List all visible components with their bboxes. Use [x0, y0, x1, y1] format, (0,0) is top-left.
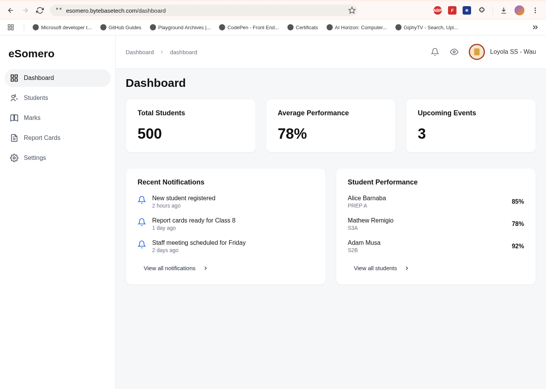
- sidebar-item-marks[interactable]: Marks: [5, 109, 111, 127]
- panel-recent-notifications: Recent Notifications New student registe…: [126, 168, 326, 285]
- bookmark-label: Certificats: [296, 25, 318, 30]
- sidebar-item-students[interactable]: Students: [5, 89, 111, 107]
- breadcrumb-root[interactable]: Dashboard: [126, 49, 154, 55]
- student-class: S3A: [348, 225, 393, 231]
- stat-card-avg-performance: Average Performance 78%: [266, 99, 396, 153]
- svg-point-3: [534, 8, 536, 9]
- bookmark-label: CodePen - Front End...: [227, 25, 279, 30]
- student-class: PREP A: [348, 203, 386, 209]
- globe-icon: [395, 24, 402, 30]
- view-all-notifications-link[interactable]: View all notifications: [138, 262, 314, 274]
- extensions-icon[interactable]: [477, 6, 486, 15]
- chevron-right-icon: [202, 265, 209, 271]
- bell-icon: [138, 218, 146, 226]
- svg-point-1: [60, 8, 61, 9]
- svg-rect-7: [12, 25, 13, 27]
- globe-icon: [150, 24, 156, 30]
- svg-rect-9: [12, 28, 13, 30]
- notification-title: New student registered: [152, 195, 216, 202]
- sidebar-item-report-cards[interactable]: Report Cards: [5, 129, 111, 147]
- link-label: View all students: [354, 265, 397, 271]
- notification-title: Report cards ready for Class 8: [152, 217, 236, 224]
- bookmark-label: GiphyTV - Search, Upl...: [404, 25, 458, 30]
- users-icon: [10, 94, 18, 102]
- sidebar: eSomero Dashboard Students Marks Report …: [0, 35, 115, 389]
- panel-title: Student Performance: [348, 178, 524, 186]
- svg-rect-12: [11, 79, 13, 81]
- book-icon: [10, 114, 18, 122]
- student-score: 85%: [512, 198, 524, 205]
- back-button[interactable]: [6, 6, 15, 15]
- link-label: View all notifications: [144, 265, 196, 271]
- divider: [493, 6, 493, 15]
- globe-icon: [100, 24, 106, 30]
- stat-title: Average Performance: [278, 109, 384, 117]
- notification-time: 2 hours ago: [152, 203, 216, 209]
- svg-rect-6: [8, 25, 10, 27]
- student-class: S2B: [348, 247, 380, 253]
- panel-title: Recent Notifications: [138, 178, 314, 186]
- url-text: esomero.bytebasetech.com/dashboard: [66, 7, 166, 14]
- profile-avatar[interactable]: [514, 5, 524, 15]
- svg-rect-8: [8, 28, 10, 30]
- stat-title: Total Students: [138, 109, 244, 117]
- bell-icon: [138, 240, 146, 249]
- sidebar-item-settings[interactable]: Settings: [5, 149, 111, 167]
- notification-time: 1 day ago: [152, 225, 236, 231]
- notification-title: Staff meeting scheduled for Friday: [152, 239, 246, 246]
- bell-icon: [138, 196, 146, 204]
- stat-card-upcoming-events: Upcoming Events 3: [406, 99, 536, 153]
- extension-f-icon[interactable]: F: [448, 6, 456, 15]
- bookmark-star-icon[interactable]: [347, 6, 357, 15]
- bookmarks-overflow-icon[interactable]: [531, 23, 540, 32]
- downloads-icon[interactable]: [499, 6, 508, 15]
- svg-rect-10: [11, 75, 13, 77]
- sidebar-item-dashboard[interactable]: Dashboard: [5, 69, 111, 87]
- bookmark-item[interactable]: GitHub Guides: [100, 24, 141, 30]
- extension-react-icon[interactable]: ⚛: [463, 6, 471, 15]
- performance-row[interactable]: Alice Barnaba PREP A 85%: [348, 195, 524, 209]
- notification-item[interactable]: Report cards ready for Class 8 1 day ago: [138, 217, 314, 231]
- notification-item[interactable]: Staff meeting scheduled for Friday 2 day…: [138, 239, 314, 253]
- stat-title: Upcoming Events: [418, 109, 524, 117]
- reload-button[interactable]: [35, 6, 45, 15]
- globe-icon: [33, 24, 39, 30]
- browser-menu-icon[interactable]: [531, 6, 540, 15]
- stat-value: 78%: [278, 126, 384, 142]
- apps-grid-icon[interactable]: [6, 23, 15, 32]
- extension-abp-icon[interactable]: ABP: [433, 6, 442, 15]
- sidebar-item-label: Report Cards: [24, 135, 60, 141]
- bookmark-item[interactable]: Playground Archives |...: [150, 24, 211, 30]
- student-score: 92%: [512, 243, 524, 250]
- visibility-eye-icon[interactable]: [450, 47, 459, 56]
- org-name: Loyola SS - Wau: [490, 48, 536, 55]
- performance-row[interactable]: Mathew Remigio S3A 78%: [348, 217, 524, 231]
- notifications-bell-icon[interactable]: [430, 47, 440, 56]
- topbar: Dashboard dashboard Loyola SS - Wau: [116, 35, 546, 69]
- svg-point-4: [534, 10, 536, 11]
- bookmark-item[interactable]: AI Horizon: Computer...: [327, 24, 387, 30]
- svg-point-14: [12, 95, 15, 98]
- page-title: Dashboard: [126, 76, 536, 90]
- view-all-students-link[interactable]: View all students: [348, 262, 524, 274]
- bookmark-item[interactable]: Microsoft developer t...: [33, 24, 92, 30]
- sidebar-item-label: Dashboard: [24, 75, 54, 81]
- breadcrumb-current: dashboard: [170, 49, 197, 55]
- chevron-right-icon: [404, 265, 410, 271]
- gear-icon: [10, 154, 18, 162]
- bookmark-item[interactable]: Certificats: [287, 24, 318, 30]
- forward-button[interactable]: [21, 6, 30, 15]
- file-icon: [10, 134, 18, 142]
- bookmarks-bar: Microsoft developer t... GitHub Guides P…: [0, 20, 546, 35]
- bookmark-label: Microsoft developer t...: [41, 25, 92, 30]
- bookmark-item[interactable]: GiphyTV - Search, Upl...: [395, 24, 458, 30]
- panel-student-performance: Student Performance Alice Barnaba PREP A…: [336, 168, 536, 285]
- performance-row[interactable]: Adam Musa S2B 92%: [348, 239, 524, 253]
- svg-point-5: [534, 12, 536, 13]
- org-switcher[interactable]: Loyola SS - Wau: [469, 44, 536, 60]
- sidebar-item-label: Marks: [24, 115, 41, 121]
- stat-card-total-students: Total Students 500: [126, 99, 256, 153]
- address-bar[interactable]: esomero.bytebasetech.com/dashboard: [50, 5, 357, 16]
- bookmark-item[interactable]: CodePen - Front End...: [219, 24, 279, 30]
- notification-item[interactable]: New student registered 2 hours ago: [138, 195, 314, 209]
